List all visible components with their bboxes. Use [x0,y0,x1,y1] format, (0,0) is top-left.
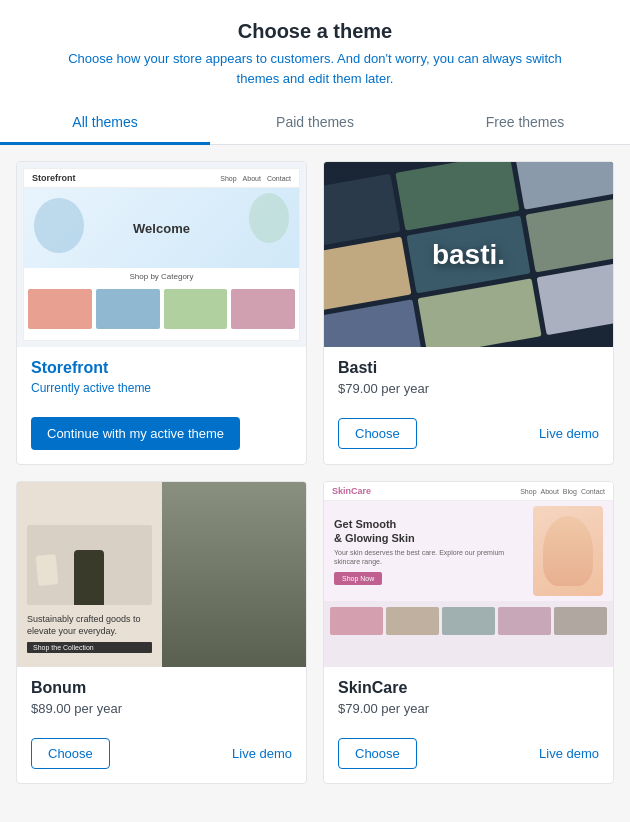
theme-card-storefront: Storefront Shop About Contact Welcome Sh… [16,161,307,465]
sc-hero-title: Get Smooth& Glowing Skin [334,517,525,546]
basti-choose-button[interactable]: Choose [338,418,417,449]
theme-card-basti: basti. Basti $79.00 per year Choose Live… [323,161,614,465]
storefront-actions: Continue with my active theme [17,417,306,464]
sf-category-label: Shop by Category [24,268,299,285]
sc-nav: Shop About Blog Contact [520,488,605,495]
page-subtitle: Choose how your store appears to custome… [60,49,570,88]
skincare-preview: SkinCare Shop About Blog Contact Get Smo… [324,482,613,667]
basti-logo-text: basti. [432,239,505,271]
bonum-cta-text: Shop the Collection [27,642,152,653]
bonum-tagline: Sustainably crafted goods to elevate you… [27,613,152,638]
bonum-right-panel [162,482,307,667]
basti-live-demo-link[interactable]: Live demo [539,426,599,441]
sc-categories [324,601,613,641]
skincare-name: SkinCare [338,679,599,697]
skincare-choose-button[interactable]: Choose [338,738,417,769]
sf-hero: Welcome [24,188,299,268]
bonum-choose-button[interactable]: Choose [31,738,110,769]
continue-active-theme-button[interactable]: Continue with my active theme [31,417,240,450]
bonum-live-demo-link[interactable]: Live demo [232,746,292,761]
sf-welcome-text: Welcome [133,221,190,236]
basti-price: $79.00 per year [338,381,599,396]
sc-header-bar: SkinCare Shop About Blog Contact [324,482,613,501]
themes-grid: Storefront Shop About Contact Welcome Sh… [0,145,630,800]
skincare-price: $79.00 per year [338,701,599,716]
bonum-actions: Choose Live demo [17,738,306,783]
basti-preview: basti. [324,162,613,347]
bonum-left-panel: Sustainably crafted goods to elevate you… [17,482,162,667]
storefront-name: Storefront [31,359,292,377]
skincare-actions: Choose Live demo [324,738,613,783]
sf-nav: Shop About Contact [220,175,291,182]
storefront-preview: Storefront Shop About Contact Welcome Sh… [17,162,306,347]
skincare-info: SkinCare $79.00 per year [324,667,613,738]
tab-all-themes[interactable]: All themes [0,102,210,145]
bonum-info: Bonum $89.00 per year [17,667,306,738]
theme-tabs: All themes Paid themes Free themes [0,102,630,145]
bonum-price: $89.00 per year [31,701,292,716]
bonum-preview: Sustainably crafted goods to elevate you… [17,482,306,667]
storefront-status: Currently active theme [31,381,292,395]
sc-hero-desc: Your skin deserves the best care. Explor… [334,548,525,566]
page-header: Choose a theme Choose how your store app… [0,0,630,102]
basti-info: Basti $79.00 per year [324,347,613,418]
theme-card-bonum: Sustainably crafted goods to elevate you… [16,481,307,784]
sf-logo-text: Storefront [32,173,76,183]
sf-clothes-row [24,285,299,333]
basti-actions: Choose Live demo [324,418,613,463]
basti-name: Basti [338,359,599,377]
sc-logo: SkinCare [332,486,371,496]
tab-free-themes[interactable]: Free themes [420,102,630,145]
storefront-info: Storefront Currently active theme [17,347,306,417]
theme-card-skincare: SkinCare Shop About Blog Contact Get Smo… [323,481,614,784]
sc-hero: Get Smooth& Glowing Skin Your skin deser… [324,501,613,601]
sc-hero-content: Get Smooth& Glowing Skin Your skin deser… [334,517,525,586]
bonum-name: Bonum [31,679,292,697]
sc-hero-image [533,506,603,596]
sc-shop-btn[interactable]: Shop Now [334,572,382,585]
page-title: Choose a theme [60,20,570,43]
skincare-live-demo-link[interactable]: Live demo [539,746,599,761]
tab-paid-themes[interactable]: Paid themes [210,102,420,145]
